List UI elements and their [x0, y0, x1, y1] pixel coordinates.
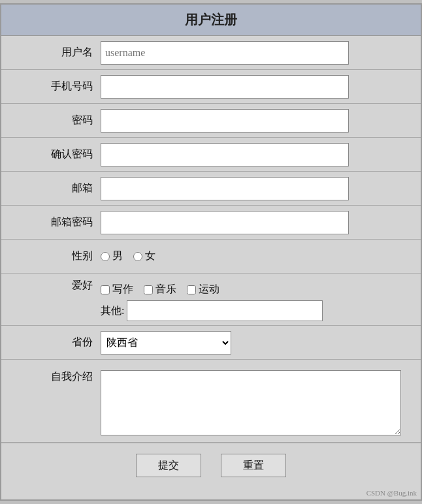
email-password-label: 邮箱密码 — [1, 215, 98, 229]
gender-female-label: 女 — [145, 249, 155, 263]
gender-female-radio[interactable] — [133, 252, 142, 261]
submit-button[interactable]: 提交 — [136, 454, 201, 477]
hobby-other-wrapper: 其他: — [101, 300, 418, 321]
intro-field-wrapper — [98, 366, 421, 442]
hobby-sports-checkbox[interactable] — [187, 285, 196, 294]
province-field-wrapper: 陕西省 北京市 上海市 广东省 浙江省 四川省 湖北省 — [98, 327, 421, 358]
gender-male-radio[interactable] — [101, 252, 110, 261]
footer-note: CSDN @Bug.ink — [1, 488, 421, 499]
hobby-checkboxes: 写作 音乐 运动 — [101, 283, 418, 296]
intro-textarea[interactable] — [101, 370, 401, 435]
province-row: 省份 陕西省 北京市 上海市 广东省 浙江省 四川省 湖北省 — [1, 326, 421, 360]
gender-row: 性别 男 女 — [1, 240, 421, 274]
hobby-other-label: 其他: — [101, 304, 124, 318]
confirm-password-label: 确认密码 — [1, 148, 98, 161]
email-password-input[interactable] — [101, 211, 349, 234]
email-password-row: 邮箱密码 — [1, 206, 421, 240]
intro-label: 自我介绍 — [1, 366, 98, 384]
province-select[interactable]: 陕西省 北京市 上海市 广东省 浙江省 四川省 湖北省 — [101, 331, 231, 354]
gender-label: 性别 — [1, 249, 98, 263]
hobby-music-option[interactable]: 音乐 — [144, 283, 176, 296]
password-row: 密码 — [1, 104, 421, 138]
email-row: 邮箱 — [1, 172, 421, 206]
email-label: 邮箱 — [1, 181, 98, 195]
hobby-music-checkbox[interactable] — [144, 285, 153, 294]
province-label: 省份 — [1, 336, 98, 349]
email-field-wrapper — [98, 173, 421, 204]
username-row: 用户名 — [1, 36, 421, 70]
hobby-writing-label: 写作 — [112, 283, 133, 296]
reset-button[interactable]: 重置 — [221, 454, 286, 477]
hobby-writing-option[interactable]: 写作 — [101, 283, 133, 296]
hobby-writing-checkbox[interactable] — [101, 285, 110, 294]
phone-row: 手机号码 — [1, 70, 421, 104]
registration-form: 用户注册 用户名 手机号码 密码 确认密码 邮箱 邮箱密码 — [0, 3, 422, 501]
hobby-row: 爱好 写作 音乐 运动 其他: — [1, 274, 421, 326]
form-buttons: 提交 重置 — [1, 443, 421, 488]
hobby-music-label: 音乐 — [155, 283, 176, 296]
password-label: 密码 — [1, 114, 98, 127]
username-input[interactable] — [101, 41, 349, 65]
gender-female-option[interactable]: 女 — [133, 249, 155, 263]
email-input[interactable] — [101, 177, 349, 200]
gender-male-option[interactable]: 男 — [101, 249, 123, 263]
intro-row: 自我介绍 — [1, 360, 421, 443]
hobby-label: 爱好 — [1, 279, 98, 292]
gender-male-label: 男 — [112, 249, 123, 263]
email-password-field-wrapper — [98, 207, 421, 238]
gender-field-wrapper: 男 女 — [98, 245, 421, 267]
username-field-wrapper — [98, 37, 421, 69]
confirm-password-input[interactable] — [101, 143, 349, 166]
password-field-wrapper — [98, 105, 421, 136]
hobby-other-input[interactable] — [127, 300, 323, 321]
confirm-password-field-wrapper — [98, 139, 421, 170]
password-input[interactable] — [101, 109, 349, 133]
hobby-sports-label: 运动 — [199, 283, 219, 296]
form-title: 用户注册 — [1, 5, 421, 36]
phone-label: 手机号码 — [1, 80, 98, 93]
confirm-password-row: 确认密码 — [1, 138, 421, 172]
username-label: 用户名 — [1, 46, 98, 59]
phone-input[interactable] — [101, 75, 349, 99]
phone-field-wrapper — [98, 71, 421, 102]
hobby-sports-option[interactable]: 运动 — [187, 283, 219, 296]
hobby-field-wrapper: 写作 音乐 运动 其他: — [98, 279, 421, 325]
